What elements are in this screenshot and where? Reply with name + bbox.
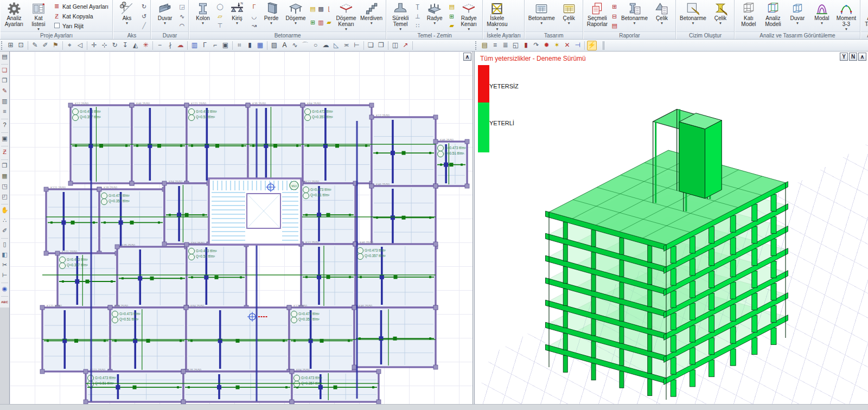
circle-icon[interactable]: ○: [311, 41, 321, 50]
ribbon-item-kat-kopyala[interactable]: ƵKat Kopyala: [52, 12, 110, 20]
ribbon-button-merdiven[interactable]: Merdiven▼: [359, 1, 384, 31]
column-doc-icon[interactable]: ▯: [0, 239, 9, 249]
copy-grid-icon[interactable]: ❐: [376, 41, 386, 50]
ribbon-button-duvar[interactable]: Duvar▼: [153, 1, 177, 31]
text-icon[interactable]: A: [280, 41, 290, 50]
ribbon-button-betonarme[interactable]: Betonarme▼: [527, 1, 557, 31]
trim-icon[interactable]: −: [155, 41, 165, 50]
slab-panel[interactable]: K121 25/50: [40, 304, 112, 374]
ribbon-button-betonarme[interactable]: Betonarme▼: [678, 1, 708, 31]
slab-y-icon[interactable]: ▤: [448, 3, 456, 10]
slab-panel[interactable]: K64 25/50: [301, 102, 374, 186]
move-icon[interactable]: ✛: [90, 41, 99, 50]
run-analysis-icon[interactable]: ⚡: [587, 41, 597, 50]
ribbon-item-yar-rijit[interactable]: Yarı Rijit: [52, 22, 110, 30]
image-icon[interactable]: ▨: [270, 41, 279, 50]
pages-icon[interactable]: ❐: [0, 161, 9, 171]
help-icon[interactable]: ?: [0, 120, 9, 130]
arc-icon[interactable]: ◡: [250, 12, 258, 20]
ribbon-button-kat-model[interactable]: Katı Model: [737, 1, 761, 31]
clipboard-icon[interactable]: ▦: [0, 171, 9, 181]
chart-r-icon[interactable]: ▥: [317, 18, 325, 26]
viewport-icon[interactable]: ◫: [391, 41, 400, 50]
polyline-icon[interactable]: ∿: [178, 12, 186, 20]
arc-icon[interactable]: ⌒: [301, 41, 310, 50]
doc-pdf-icon[interactable]: ▤: [610, 22, 618, 29]
paste-icon[interactable]: ▥: [0, 96, 9, 106]
floor-plan-drawing[interactable]: K12 25/50G=0.473 tf/m²Q=0.357 tf/m²K46 2…: [10, 52, 473, 404]
ribbon-button-s-rekli-temel[interactable]: Sürekli Temel▼: [388, 1, 412, 31]
column-red-icon[interactable]: ▮: [521, 41, 531, 50]
list-icon[interactable]: ≣: [501, 41, 510, 50]
rotate-cw-icon[interactable]: ↻: [140, 3, 148, 10]
ribbon-button-radye[interactable]: Radye▼: [423, 1, 446, 31]
prism-icon[interactable]: ◁: [75, 41, 85, 50]
pads-icon[interactable]: ∷: [413, 22, 422, 29]
viewport-3d[interactable]: Tüm yetersizlikler - Deneme Sürümü YETER…: [475, 52, 868, 404]
slab-panel[interactable]: K35 25/50: [181, 368, 294, 405]
doc-add2-icon[interactable]: ⊟: [610, 12, 618, 20]
slab-panel[interactable]: K46 25/50: [130, 102, 189, 186]
redo-icon[interactable]: ↷: [532, 41, 541, 50]
slab-panel[interactable]: K64 25/50: [290, 368, 381, 405]
crop-icon[interactable]: ▣: [221, 41, 231, 50]
kat-copy-icon[interactable]: Ƶ: [0, 147, 9, 157]
snap-cross-icon[interactable]: ✕: [563, 41, 572, 50]
chart-icon[interactable]: ▥: [190, 41, 200, 50]
view-north-button[interactable]: N: [849, 53, 857, 61]
doc-add-icon[interactable]: ⊞: [610, 3, 618, 10]
slab-panel[interactable]: K64 25/50: [162, 180, 211, 247]
ribbon-button-modal[interactable]: Modal▼: [810, 1, 834, 31]
slab-panel[interactable]: K12 25/50: [68, 102, 134, 186]
stamp-edit-icon[interactable]: ✎: [0, 86, 9, 96]
ribbon-button-aks[interactable]: A1Aks▼: [115, 1, 139, 31]
rotate-red-icon[interactable]: ✳: [141, 41, 151, 50]
grid-g-icon[interactable]: ⊞: [309, 18, 317, 26]
spline-icon[interactable]: ∿: [290, 41, 300, 50]
move-grid-icon[interactable]: ⊹: [100, 41, 110, 50]
snap-node-icon[interactable]: ✹: [542, 41, 552, 50]
ribbon-button--elik[interactable]: Çelik▼: [557, 1, 581, 31]
ribbon-button-moment-3-3[interactable]: Moment 3-3▼: [834, 1, 858, 31]
dimension-icon[interactable]: ⊢: [352, 41, 362, 50]
ribbon-button-kiri-[interactable]: NKiriş▼: [225, 1, 249, 31]
view-axis-button[interactable]: Y: [840, 53, 848, 61]
clone-icon[interactable]: ◰: [0, 191, 9, 202]
diag-icon[interactable]: ╱: [140, 22, 148, 29]
ribbon-button-perde[interactable]: Perde▼: [259, 1, 283, 31]
ribbon-button-kat-listesi[interactable]: Kat listesi▼: [27, 1, 50, 31]
pen-edit-icon[interactable]: ✎: [30, 41, 40, 50]
toolbar-drag-handle[interactable]: [475, 41, 478, 50]
wall-corner-icon[interactable]: ◲: [178, 3, 186, 10]
ribbon-button--elik[interactable]: Çelik▼: [709, 1, 732, 31]
hierarchy-icon[interactable]: ≡: [490, 41, 500, 50]
snap-mid-icon[interactable]: ⊣: [573, 41, 583, 50]
pen-icon[interactable]: ✐: [41, 41, 50, 50]
ribbon-button-analiz-modeli[interactable]: Analiz Modeli: [761, 1, 785, 31]
crop-frame-icon[interactable]: ◱: [511, 41, 521, 50]
book-icon[interactable]: ≡: [0, 106, 9, 117]
transform-icon[interactable]: ◳: [0, 181, 9, 191]
curve-icon[interactable]: ◠: [178, 22, 186, 29]
corner-b-icon[interactable]: ⌐: [210, 41, 220, 50]
rotate-ccw-icon[interactable]: ↺: [140, 12, 148, 20]
ribbon-button-analiz-ayarlar-[interactable]: Analiz Ayarları: [2, 1, 26, 31]
ribbon-button-radye-kenar-[interactable]: Radye Kenarı▼: [457, 1, 481, 31]
auto-abc-icon[interactable]: ABC: [0, 297, 9, 308]
slab-panel[interactable]: K64 25/50: [184, 304, 291, 374]
revcloud-icon[interactable]: ☁: [321, 41, 331, 50]
ribbon-button-kolon[interactable]: Kolon▼: [191, 1, 215, 31]
wand-icon[interactable]: ✶: [552, 41, 562, 50]
pen-ruler-icon[interactable]: ✐: [0, 226, 9, 236]
form-box-icon[interactable]: ▣: [0, 133, 9, 144]
ribbon-button-se-meli-raporlar[interactable]: Seçmeli Raporlar: [585, 1, 609, 31]
poly-y-icon[interactable]: ▰: [325, 18, 333, 26]
ribbon-button-d-eme[interactable]: Döşeme▼: [284, 1, 308, 31]
collapse-panel-button[interactable]: ∧: [463, 53, 471, 61]
mirror-icon[interactable]: ◭: [131, 41, 141, 50]
hand-icon[interactable]: ✋: [0, 205, 9, 215]
tag-icon[interactable]: ⚑: [51, 41, 61, 50]
curve2-icon[interactable]: ↝: [250, 22, 258, 29]
poly-y-icon[interactable]: ▰: [448, 22, 456, 29]
mushroom-icon[interactable]: Ţ: [413, 3, 422, 10]
